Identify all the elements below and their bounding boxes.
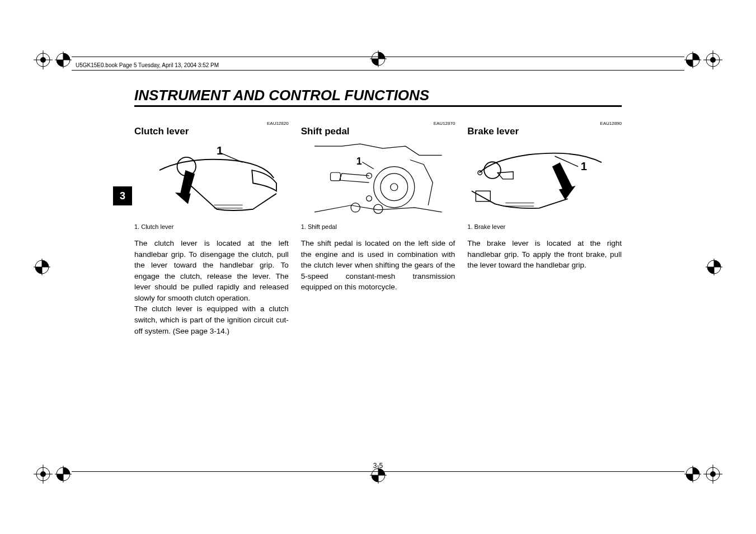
body-text: The brake lever is located at the right … xyxy=(467,238,622,271)
section-heading: Shift pedal xyxy=(301,126,456,137)
svg-line-42 xyxy=(362,162,373,169)
crop-mark-bottom-left xyxy=(34,465,72,484)
columns: EAU12820 Clutch lever 1 1. Clutch lever xyxy=(134,121,622,336)
crop-mark-top-right xyxy=(684,50,722,69)
figure-shift-pedal: 1 xyxy=(301,142,456,214)
crop-mark-middle-left xyxy=(34,259,50,275)
callout-1: 1 xyxy=(356,156,362,167)
paragraph: The brake lever is located at the right … xyxy=(467,238,622,271)
page-content: INSTRUMENT AND CONTROL FUNCTIONS 3 EAU12… xyxy=(134,87,622,447)
svg-point-50 xyxy=(373,204,382,213)
page-number: 3-5 xyxy=(373,462,383,470)
title-rule xyxy=(134,105,622,107)
svg-point-43 xyxy=(373,167,414,208)
header-rule-bottom xyxy=(72,70,684,71)
crop-mark-middle-right xyxy=(706,259,722,275)
body-text: The clutch lever is located at the left … xyxy=(134,238,289,336)
crop-mark-top-left xyxy=(34,50,72,69)
figure-brake-lever: 1 xyxy=(467,142,622,214)
body-text: The shift pedal is located on the left s… xyxy=(301,238,456,293)
header-rule-top xyxy=(72,57,684,57)
chapter-tab: 3 xyxy=(113,186,132,205)
crop-mark-top-center xyxy=(370,50,387,67)
svg-rect-48 xyxy=(330,172,340,181)
paragraph: The clutch lever is located at the left … xyxy=(134,238,289,303)
svg-point-47 xyxy=(366,196,372,202)
figure-clutch-lever: 1 xyxy=(134,142,289,214)
section-heading: Brake lever xyxy=(467,126,622,137)
svg-point-44 xyxy=(381,174,408,201)
figure-caption: 1. Shift pedal xyxy=(301,223,456,230)
paragraph: The shift pedal is located on the left s… xyxy=(301,238,456,293)
crop-mark-bottom-right xyxy=(684,465,722,484)
section-code: EAU12890 xyxy=(600,121,622,126)
footer-rule xyxy=(72,471,684,472)
page-title: INSTRUMENT AND CONTROL FUNCTIONS xyxy=(134,87,622,104)
figure-caption: 1. Brake lever xyxy=(467,223,622,230)
column-clutch-lever: EAU12820 Clutch lever 1 1. Clutch lever xyxy=(134,121,289,336)
section-code: EAU12820 xyxy=(267,121,289,126)
callout-1: 1 xyxy=(581,160,587,172)
svg-point-49 xyxy=(351,203,360,212)
column-brake-lever: EAU12890 Brake lever 1 1. xyxy=(467,121,622,336)
svg-point-45 xyxy=(390,184,397,191)
column-shift-pedal: EAU12870 Shift pedal 1 xyxy=(301,121,456,336)
section-heading: Clutch lever xyxy=(134,126,289,137)
section-code: EAU12870 xyxy=(434,121,456,126)
header-file-label: U5GK15E0.book Page 5 Tuesday, April 13, … xyxy=(76,62,219,68)
callout-1: 1 xyxy=(217,144,223,157)
figure-caption: 1. Clutch lever xyxy=(134,223,289,230)
paragraph: The clutch lever is equipped with a clut… xyxy=(134,303,289,336)
